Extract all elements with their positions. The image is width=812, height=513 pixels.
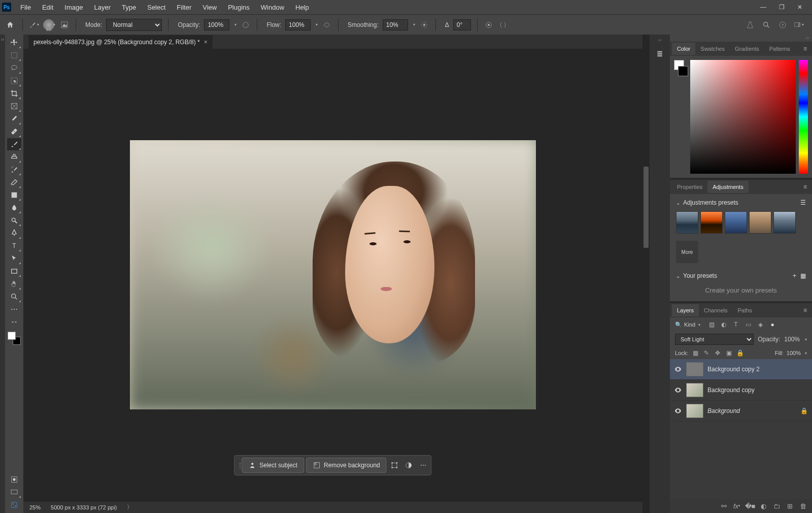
opacity-input[interactable]: 100% (204, 19, 229, 30)
menu-edit[interactable]: Edit (37, 2, 58, 13)
smoothing-input[interactable]: 10% (383, 19, 408, 30)
generate-icon[interactable] (7, 499, 21, 511)
marquee-tool[interactable] (7, 49, 21, 61)
type-tool[interactable]: T (7, 240, 21, 252)
history-brush-tool[interactable] (7, 164, 21, 176)
layer-row[interactable]: Background copy 2 (670, 359, 812, 380)
color-field[interactable] (690, 60, 796, 174)
list-view-icon[interactable]: ☰ (800, 199, 806, 206)
menu-help[interactable]: Help (290, 2, 314, 13)
hand-tool[interactable] (7, 278, 21, 290)
status-caret-icon[interactable]: 〉 (127, 503, 132, 511)
history-panel-icon[interactable] (653, 47, 667, 61)
visibility-eye-icon[interactable] (674, 407, 682, 415)
lock-position-icon[interactable]: ✥ (714, 349, 722, 357)
select-subject-button[interactable]: Select subject (242, 458, 304, 473)
tab-layers[interactable]: Layers (672, 304, 699, 316)
chevron-down-icon[interactable]: ⌄ (676, 273, 680, 279)
layers-panel-menu-icon[interactable]: ≡ (800, 305, 810, 316)
menu-layer[interactable]: Layer (89, 2, 116, 13)
pressure-size-icon[interactable] (484, 20, 494, 30)
screen-mode-icon[interactable] (7, 486, 21, 498)
preset-thumb-2[interactable] (700, 211, 723, 234)
zoom-value[interactable]: 25% (29, 504, 41, 510)
tab-paths[interactable]: Paths (733, 304, 757, 316)
maximize-button[interactable]: ❐ (777, 3, 786, 11)
layer-row[interactable]: Background copy (670, 380, 812, 401)
add-preset-icon[interactable]: + (793, 272, 796, 279)
menu-window[interactable]: Window (256, 2, 289, 13)
preset-thumb-1[interactable] (676, 211, 698, 234)
filter-adjustment-icon[interactable]: ◐ (720, 320, 728, 329)
menu-plugins[interactable]: Plugins (223, 2, 255, 13)
brush-settings-icon[interactable] (59, 20, 70, 30)
lasso-tool[interactable] (7, 62, 21, 74)
document-tab[interactable]: pexels-olly-948873.jpg @ 25% (Background… (28, 35, 213, 49)
crop-tool[interactable] (7, 87, 21, 100)
adjustments-panel-menu-icon[interactable]: ≡ (800, 181, 810, 193)
tab-channels[interactable]: Channels (699, 304, 732, 316)
adjustments-context-icon[interactable] (403, 459, 415, 471)
angle-input[interactable]: 0° (453, 19, 471, 30)
pressure-opacity-icon[interactable] (241, 20, 251, 30)
airbrush-icon[interactable] (322, 20, 332, 30)
tab-patterns[interactable]: Patterns (764, 43, 795, 55)
object-selection-tool[interactable] (7, 75, 21, 87)
layer-thumbnail[interactable] (686, 362, 703, 376)
visibility-eye-icon[interactable] (674, 365, 682, 373)
layer-row[interactable]: Background 🔒 (670, 401, 812, 422)
layer-mask-icon[interactable]: �■ (746, 502, 754, 510)
filter-shape-icon[interactable]: ▭ (744, 320, 752, 329)
new-layer-icon[interactable]: ⊞ (786, 502, 794, 510)
frame-tool[interactable] (7, 100, 21, 112)
menu-filter[interactable]: Filter (172, 2, 196, 13)
more-context-icon[interactable]: ⋯ (417, 459, 429, 471)
path-selection-tool[interactable] (7, 252, 21, 265)
tab-properties[interactable]: Properties (672, 181, 707, 193)
eraser-tool[interactable] (7, 176, 21, 188)
grid-view-icon[interactable]: ▦ (800, 272, 806, 279)
transform-icon[interactable] (389, 459, 401, 471)
tab-swatches[interactable]: Swatches (695, 43, 730, 55)
brush-tool-icon[interactable]: ▾ (29, 20, 39, 30)
filter-toggle-icon[interactable]: ● (768, 320, 776, 329)
filter-smart-icon[interactable]: ◈ (756, 320, 764, 329)
help-icon[interactable]: ? (777, 20, 788, 30)
adjustment-layer-icon[interactable]: ◐ (759, 502, 767, 510)
gradient-tool[interactable] (7, 189, 21, 201)
tab-color[interactable]: Color (672, 43, 695, 55)
filter-kind[interactable]: Kind (684, 322, 695, 328)
flow-input[interactable]: 100% (285, 19, 311, 30)
tab-adjustments[interactable]: Adjustments (707, 181, 749, 193)
chevron-down-icon[interactable]: ⌄ (676, 200, 680, 206)
pen-tool[interactable] (7, 227, 21, 239)
visibility-eye-icon[interactable] (674, 386, 682, 394)
blur-tool[interactable] (7, 202, 21, 214)
clone-stamp-tool[interactable] (7, 151, 21, 163)
lock-all-icon[interactable]: 🔒 (736, 349, 744, 357)
remove-background-button[interactable]: Remove background (306, 458, 387, 473)
healing-tool[interactable] (7, 125, 21, 138)
workspace-icon[interactable]: ▾ (794, 20, 804, 30)
brush-preview[interactable]: 58 ▾ (43, 18, 55, 32)
layer-thumbnail[interactable] (686, 383, 703, 397)
close-tab-icon[interactable]: × (204, 39, 208, 46)
quick-mask-icon[interactable] (7, 473, 21, 486)
eyedropper-tool[interactable] (7, 113, 21, 125)
tab-gradients[interactable]: Gradients (730, 43, 764, 55)
color-swatches[interactable] (8, 332, 21, 345)
hue-slider[interactable] (799, 60, 808, 174)
menu-view[interactable]: View (197, 2, 222, 13)
zoom-tool[interactable] (7, 291, 21, 303)
contextual-task-bar[interactable]: ⋮ Select subject Remove background ⋯ (234, 455, 431, 475)
filter-pixel-icon[interactable]: ▧ (707, 320, 716, 329)
minimize-button[interactable]: — (759, 3, 767, 11)
layer-group-icon[interactable]: 🗀 (772, 502, 781, 510)
preset-thumb-4[interactable] (749, 211, 771, 234)
canvas[interactable]: ⋮ Select subject Remove background ⋯ (23, 49, 642, 501)
lock-transparency-icon[interactable]: ▦ (691, 349, 699, 357)
symmetry-icon[interactable] (498, 20, 508, 30)
search-icon[interactable] (761, 20, 771, 30)
move-tool[interactable] (7, 37, 21, 49)
menu-file[interactable]: File (15, 2, 36, 13)
